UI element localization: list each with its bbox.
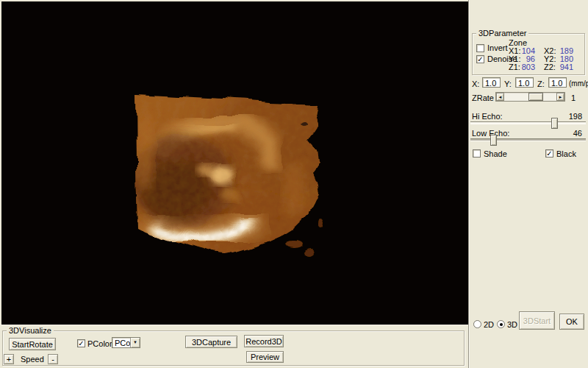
- mode-3d-label: 3D: [507, 320, 517, 329]
- param-group-title: 3DParameter: [476, 29, 528, 38]
- low-echo-slider[interactable]: [470, 138, 586, 141]
- pcolor-dropdown[interactable]: PColor ▼: [112, 337, 140, 348]
- scale-y-field[interactable]: 1.0: [515, 77, 534, 88]
- mode-2d-label: 2D: [484, 320, 494, 329]
- ok-button[interactable]: OK: [559, 314, 584, 330]
- shade-checkbox[interactable]: [473, 149, 481, 158]
- zone-z2-value: 941: [555, 63, 573, 71]
- ultrasound-3d-render: [1, 1, 468, 325]
- scale-z-field[interactable]: 1.0: [548, 77, 567, 88]
- shade-label: Shade: [484, 149, 507, 158]
- parameter-panel: 3DParameter Invert ✓ Denoise Zone X1: 10…: [468, 0, 588, 368]
- zrate-right-arrow-icon[interactable]: ►: [556, 93, 564, 101]
- visualize-group-title: 3DVisualize: [7, 326, 54, 335]
- scale-x-field[interactable]: 1.0: [482, 77, 501, 88]
- zrate-thumb[interactable]: [528, 93, 543, 101]
- denoise-checkbox[interactable]: ✓: [476, 55, 484, 63]
- scale-z-label: Z:: [537, 79, 545, 88]
- preview-button[interactable]: Preview: [246, 351, 284, 363]
- param-groupbox: 3DParameter Invert ✓ Denoise Zone X1: 10…: [472, 33, 585, 75]
- speed-plus-button[interactable]: +: [4, 354, 14, 364]
- zone-z2-label: Z2:: [544, 63, 556, 71]
- zrate-value: 1: [571, 93, 576, 102]
- invert-checkbox[interactable]: [476, 44, 484, 52]
- mode-2d-radio[interactable]: [473, 320, 481, 328]
- hi-echo-slider-thumb[interactable]: [551, 118, 558, 129]
- hi-echo-slider[interactable]: [470, 121, 586, 124]
- speed-label: Speed: [21, 355, 44, 364]
- visualize-panel: 3DVisualize StartRotate ✓ PColor PColor …: [0, 325, 468, 368]
- start-rotate-button[interactable]: StartRotate: [9, 338, 56, 350]
- hi-echo-value: 198: [569, 112, 582, 121]
- speed-minus-button[interactable]: -: [48, 354, 58, 364]
- pcolor-label: PColor: [87, 339, 112, 348]
- pcolor-dropdown-arrow-icon[interactable]: ▼: [130, 338, 140, 347]
- zone-z1-value: 803: [518, 63, 535, 71]
- scale-unit-label: (mm/p): [569, 79, 588, 88]
- invert-label: Invert: [487, 43, 508, 52]
- ultrasound-3d-app: { "icons": { "check": "✓", "dropdown_arr…: [0, 0, 588, 368]
- record3d-button[interactable]: Record3D: [244, 335, 284, 347]
- 3dstart-button[interactable]: 3DStart: [519, 311, 555, 330]
- hi-echo-label: Hi Echo:: [472, 112, 503, 121]
- scale-x-label: X:: [472, 79, 479, 88]
- zrate-track[interactable]: [504, 93, 556, 101]
- mode-3d-radio[interactable]: [497, 320, 505, 328]
- zrate-label: ZRate: [472, 93, 494, 102]
- pcolor-checkbox[interactable]: ✓: [77, 339, 85, 347]
- black-checkbox[interactable]: ✓: [545, 149, 553, 158]
- scale-y-label: Y:: [504, 79, 512, 88]
- low-echo-value: 46: [573, 129, 582, 138]
- zrate-scrollbar[interactable]: ◄ ►: [495, 92, 565, 102]
- render-viewport[interactable]: [1, 1, 468, 325]
- 3dcapture-button[interactable]: 3DCapture: [185, 336, 237, 348]
- zrate-left-arrow-icon[interactable]: ◄: [496, 93, 504, 101]
- low-echo-slider-thumb[interactable]: [490, 135, 497, 146]
- black-label: Black: [556, 149, 576, 158]
